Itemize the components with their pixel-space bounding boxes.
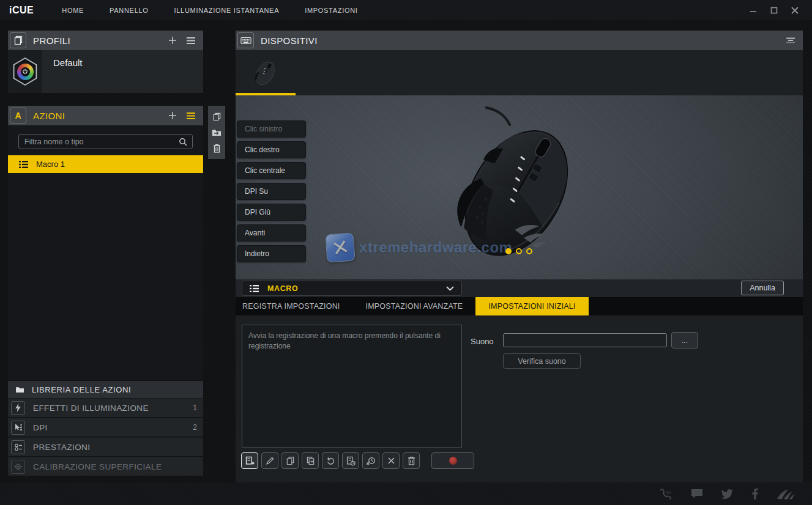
actions-side-toolbar	[208, 106, 225, 159]
top-menu-bar: iCUE HOME PANNELLO ILLUMINAZIONE ISTANTA…	[0, 0, 812, 20]
profile-avatar	[8, 50, 42, 93]
library-title: LIBRERIA DELLE AZIONI	[32, 385, 131, 394]
mouse-button-left[interactable]: Clic sinistro	[237, 120, 306, 138]
main-nav: HOME PANNELLO ILLUMINAZIONE ISTANTANEA I…	[62, 7, 383, 14]
footer-links: 24	[659, 488, 795, 499]
profiles-header: PROFILI	[8, 31, 203, 50]
actions-icon: A	[10, 108, 26, 123]
mouse-button-forward[interactable]: Avanti	[237, 224, 306, 241]
library-item-dpi[interactable]: DPI 2	[8, 418, 203, 437]
macro-list-icon	[19, 161, 28, 168]
icue-logo: iCUE	[9, 5, 34, 16]
library-count: 1	[193, 404, 197, 412]
library-header[interactable]: LIBRERIA DELLE AZIONI	[8, 381, 203, 398]
window-controls	[750, 7, 799, 14]
tab-impostazioni-iniziali[interactable]: IMPOSTAZIONI INIZIALI	[475, 297, 588, 315]
mouse-button-right[interactable]: Clic destro	[237, 141, 306, 158]
paste-steps-button[interactable]	[302, 452, 319, 469]
action-type-row: MACRO Annulla	[236, 279, 803, 297]
copy-steps-button[interactable]	[281, 452, 299, 469]
library-count: 2	[193, 423, 197, 432]
action-type-dropdown[interactable]: MACRO	[242, 281, 462, 296]
macro-list-icon-white	[250, 285, 259, 292]
corsair-logo-icon[interactable]	[777, 488, 795, 499]
minimize-icon[interactable]	[750, 7, 757, 14]
tab-impostazioni-avanzate[interactable]: IMPOSTAZIONI AVANZATE	[353, 297, 476, 315]
sliders-icon	[11, 440, 25, 454]
library-item-surface-calibration[interactable]: CALIBRAZIONE SUPERFICIALE	[8, 457, 203, 476]
mouse-thumbnail	[251, 57, 280, 89]
twitter-icon[interactable]	[721, 489, 734, 499]
library-folder-icon	[15, 386, 24, 393]
undo-button[interactable]	[322, 452, 339, 469]
profile-name: Default	[53, 57, 83, 68]
actions-menu-icon[interactable]	[186, 112, 196, 120]
macro-tabs: REGISTRA IMPOSTAZIONI IMPOSTAZIONI AVANZ…	[236, 297, 803, 315]
nav-impostazioni[interactable]: IMPOSTAZIONI	[305, 7, 357, 14]
device-tab-mouse[interactable]	[236, 50, 296, 95]
action-item-macro-1[interactable]: Macro 1	[8, 155, 203, 173]
macro-steps-editor[interactable]: Avvia la registrazione di una macro prem…	[242, 325, 462, 448]
mouse-button-back[interactable]: Indietro	[237, 245, 306, 262]
mouse-button-dpi-down[interactable]: DPI Giù	[237, 204, 306, 221]
sound-file-input[interactable]	[503, 333, 667, 347]
carousel-dot-2[interactable]	[516, 248, 522, 254]
clear-step-button[interactable]	[382, 452, 400, 469]
support-phone-icon[interactable]: 24	[659, 488, 672, 499]
toggle-delay-recording-button[interactable]	[362, 452, 379, 469]
new-macro-step-button[interactable]	[241, 452, 258, 469]
watermark-text: xtremehardware.com	[359, 239, 512, 256]
actions-title: AZIONI	[33, 111, 65, 121]
device-image-carousel	[505, 248, 532, 254]
actions-filter	[18, 134, 193, 149]
devices-header: DISPOSITIVI	[236, 31, 803, 50]
target-icon	[11, 460, 25, 474]
close-icon[interactable]	[791, 7, 799, 14]
edit-step-button[interactable]	[261, 452, 278, 469]
nav-illuminazione-istantanea[interactable]: ILLUMINAZIONE ISTANTANEA	[174, 7, 280, 14]
chevron-down-icon	[446, 286, 454, 291]
dpi-cursor-icon	[11, 421, 25, 435]
delete-all-steps-button[interactable]	[403, 452, 420, 469]
carousel-dot-3[interactable]	[526, 248, 532, 254]
library-item-performance[interactable]: PRESTAZIONI	[8, 437, 203, 456]
nav-pannello[interactable]: PANNELLO	[110, 7, 148, 14]
record-macro-button[interactable]	[431, 452, 474, 469]
icue-window: iCUE HOME PANNELLO ILLUMINAZIONE ISTANTA…	[0, 0, 812, 505]
duplicate-action-icon[interactable]	[212, 112, 222, 121]
keyboard-icon	[237, 32, 254, 48]
actions-header: A AZIONI	[8, 106, 203, 125]
devices-title: DISPOSITIVI	[261, 35, 318, 46]
insert-delay-button[interactable]	[342, 452, 359, 469]
maximize-icon[interactable]	[770, 7, 778, 14]
macro-editor-toolbar	[241, 452, 474, 469]
cancel-button[interactable]: Annulla	[741, 281, 784, 295]
devices-filter-icon[interactable]	[786, 37, 795, 44]
move-to-folder-icon[interactable]	[212, 128, 222, 136]
add-profile-button[interactable]	[168, 36, 177, 45]
tab-registra-impostazioni[interactable]: REGISTRA IMPOSTAZIONI	[236, 297, 353, 315]
sound-browse-button[interactable]: ...	[671, 332, 698, 348]
profile-item-default[interactable]: Default	[8, 50, 203, 93]
action-item-label: Macro 1	[36, 160, 65, 169]
lightning-icon	[11, 401, 25, 415]
delete-action-icon[interactable]	[213, 144, 221, 153]
footer-bar: 24	[0, 482, 812, 505]
mouse-button-dpi-up[interactable]: DPI Su	[237, 183, 306, 200]
add-action-button[interactable]	[168, 111, 177, 120]
actions-panel: Macro 1	[8, 125, 203, 380]
watermark-x-logo: ✕	[325, 232, 355, 262]
library-item-lighting[interactable]: EFFETTI DI ILLUMINAZIONE 1	[8, 398, 203, 417]
device-view: Clic sinistro Clic destro Clic centrale …	[236, 95, 803, 279]
facebook-icon[interactable]	[752, 488, 758, 499]
actions-filter-input[interactable]	[19, 138, 179, 146]
mouse-button-middle[interactable]: Clic centrale	[237, 162, 306, 179]
profiles-menu-icon[interactable]	[186, 37, 196, 45]
search-icon	[179, 138, 187, 146]
sound-verify-button[interactable]: Verifica suono	[503, 353, 581, 369]
record-icon	[449, 457, 457, 465]
nav-home[interactable]: HOME	[62, 7, 84, 14]
chat-icon[interactable]	[691, 488, 703, 499]
macro-editor-placeholder: Avvia la registrazione di una macro prem…	[242, 325, 461, 358]
carousel-dot-1[interactable]	[505, 248, 512, 254]
